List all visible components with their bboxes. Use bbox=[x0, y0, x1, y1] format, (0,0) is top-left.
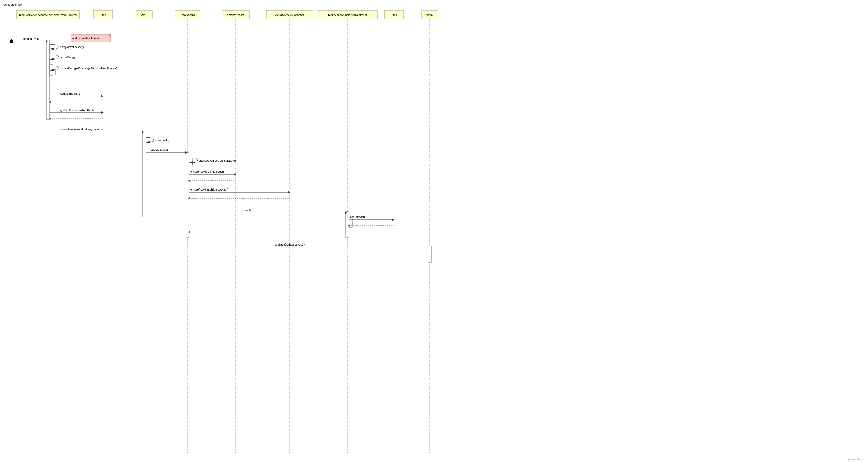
svg-text:resizeTask(mWindowDragBounds): resizeTask(mWindowDragBounds) bbox=[60, 128, 102, 131]
svg-text:resizeTask(): resizeTask() bbox=[155, 139, 169, 142]
svg-rect-37 bbox=[146, 137, 149, 144]
svg-text:WMS: WMS bbox=[427, 13, 433, 17]
svg-marker-85 bbox=[393, 219, 395, 221]
svg-point-30 bbox=[10, 39, 13, 43]
svg-text:resize(): resize() bbox=[242, 209, 251, 212]
svg-text:ActivityStackSupervisor: ActivityStackSupervisor bbox=[275, 13, 304, 17]
svg-text:Task: Task bbox=[391, 13, 397, 17]
svg-text:updateOverrideConfiguration(): updateOverrideConfiguration() bbox=[199, 159, 236, 162]
svg-rect-31 bbox=[46, 40, 50, 120]
svg-marker-57 bbox=[101, 112, 103, 114]
svg-text:ensureActivitiesVisibleLocked(: ensureActivitiesVisibleLocked() bbox=[190, 188, 228, 191]
svg-text:setBounds(): setBounds() bbox=[350, 216, 365, 219]
svg-marker-77 bbox=[288, 191, 290, 193]
diagram-container: sd resizeTask TaskPositioner WindowPosit… bbox=[0, 0, 868, 463]
svg-text:resizeDrag(): resizeDrag() bbox=[60, 56, 75, 59]
svg-text:ensureActivityConfiguration(): ensureActivityConfiguration() bbox=[190, 170, 225, 173]
svg-text:onInputEvent(): onInputEvent() bbox=[23, 37, 41, 40]
svg-text:updateDraggedBounds(mWindowDra: updateDraggedBounds(mWindowDragBounds) bbox=[60, 67, 117, 70]
svg-rect-38 bbox=[186, 152, 189, 238]
svg-text:ActivityRecord: ActivityRecord bbox=[227, 13, 244, 17]
svg-text:AMS: AMS bbox=[141, 13, 147, 17]
footer-text: powered by ... bbox=[848, 458, 864, 461]
svg-text:continueSurfaceLayout(): continueSurfaceLayout() bbox=[275, 243, 305, 246]
diagram-svg: TaskPositioner WindowPositionerEventRece… bbox=[0, 0, 868, 463]
svg-rect-40 bbox=[346, 212, 349, 238]
svg-marker-52 bbox=[101, 95, 103, 97]
svg-rect-94 bbox=[428, 246, 431, 262]
svg-text:TaskPositioner WindowPositione: TaskPositioner WindowPositionerEventRece… bbox=[19, 13, 78, 17]
svg-text:resize(bounds): resize(bounds) bbox=[150, 148, 168, 151]
svg-text:TaskRecord: TaskRecord bbox=[180, 13, 195, 17]
svg-text:setDragResizing(): setDragResizing() bbox=[60, 92, 82, 95]
svg-marker-72 bbox=[234, 173, 236, 176]
svg-text:getDimBounds(mTmpRect): getDimBounds(mTmpRect) bbox=[60, 109, 94, 112]
svg-rect-36 bbox=[143, 132, 146, 217]
svg-text:TaskWindowContainerController: TaskWindowContainerController bbox=[328, 13, 367, 17]
svg-text:notifyMoveLocked(): notifyMoveLocked() bbox=[60, 45, 84, 49]
svg-text:update window bounds: update window bounds bbox=[72, 37, 100, 40]
svg-text:Task: Task bbox=[100, 13, 106, 17]
